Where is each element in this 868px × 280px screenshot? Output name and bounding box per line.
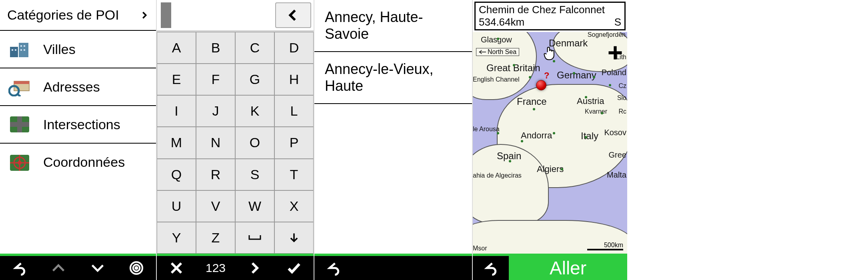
- bottom-bar: [0, 256, 156, 280]
- chevron-right-icon: [140, 7, 149, 23]
- svg-point-22: [136, 267, 138, 269]
- map-label: Germany: [557, 70, 596, 81]
- map-label: Poland: [602, 68, 626, 77]
- key-D[interactable]: D: [274, 32, 314, 64]
- svg-line-11: [17, 94, 20, 96]
- svg-rect-14: [17, 116, 22, 132]
- cancel-button[interactable]: [157, 256, 196, 280]
- key-R[interactable]: R: [196, 159, 235, 190]
- map-label: Austria: [577, 96, 604, 106]
- key-E[interactable]: E: [157, 64, 196, 95]
- category-item-adresses[interactable]: Adresses: [0, 68, 156, 106]
- map-label: Kosov: [604, 128, 626, 137]
- key-Q[interactable]: Q: [157, 159, 196, 190]
- map-label: Kvarner: [585, 108, 607, 115]
- down-button[interactable]: [78, 256, 117, 280]
- mode-123-button[interactable]: 123: [196, 256, 235, 280]
- category-list: Villes Adresses Intersections Coordonnée…: [0, 31, 156, 254]
- key-A[interactable]: A: [157, 32, 196, 64]
- location-distance: 534.64km: [479, 16, 524, 28]
- coordinates-icon: [7, 152, 32, 172]
- text-input[interactable]: [171, 0, 273, 30]
- back-button[interactable]: [0, 256, 39, 280]
- map-label: North Sea: [488, 48, 516, 56]
- svg-rect-3: [24, 45, 25, 47]
- category-item-villes[interactable]: Villes: [0, 31, 156, 68]
- key-P[interactable]: P: [274, 127, 314, 158]
- key-I[interactable]: I: [157, 95, 196, 127]
- bottom-bar: [314, 256, 472, 280]
- envelope-search-icon: [7, 76, 32, 97]
- key-V[interactable]: V: [196, 190, 235, 222]
- map-canvas[interactable]: North Sea ⟵ Sognefjorden Glasgow Denmark…: [473, 32, 627, 254]
- key-Y[interactable]: Y: [157, 222, 196, 254]
- target-button[interactable]: [117, 256, 156, 280]
- svg-rect-7: [15, 49, 16, 51]
- map-label: Lith: [616, 54, 626, 61]
- key-N[interactable]: N: [196, 127, 235, 158]
- map-label: Algiers: [537, 164, 564, 174]
- key-S[interactable]: S: [235, 159, 274, 190]
- key-X[interactable]: X: [274, 190, 314, 222]
- scale-label: 500km: [604, 242, 623, 249]
- svg-rect-2: [20, 45, 22, 47]
- location-title: Chemin de Chez Falconnet: [479, 4, 621, 16]
- next-button[interactable]: [235, 256, 274, 280]
- map-label: Malta: [607, 170, 626, 180]
- panel-results: Annecy, Haute-Savoie Annecy-le-Vieux, Ha…: [314, 0, 473, 280]
- city-icon: [7, 39, 32, 60]
- category-item-intersections[interactable]: Intersections: [0, 106, 156, 144]
- map-header: Chemin de Chez Falconnet 534.64km S: [474, 2, 626, 30]
- key-U[interactable]: U: [157, 190, 196, 222]
- category-label: Coordonnées: [43, 154, 125, 170]
- confirm-button[interactable]: [274, 256, 314, 280]
- back-button[interactable]: [473, 256, 509, 280]
- map-label: Cz: [618, 82, 626, 90]
- up-button[interactable]: [39, 256, 78, 280]
- map-label: Denmark: [549, 38, 588, 49]
- key-Z[interactable]: Z: [196, 222, 235, 254]
- panel-map: Chemin de Chez Falconnet 534.64km S Nort…: [473, 0, 627, 280]
- key-C[interactable]: C: [235, 32, 274, 64]
- key-M[interactable]: M: [157, 127, 196, 158]
- key-L[interactable]: L: [274, 95, 314, 127]
- map-label: English Channel: [473, 76, 520, 83]
- category-item-coordonnees[interactable]: Coordonnées: [0, 144, 156, 180]
- svg-rect-6: [12, 49, 13, 51]
- key-J[interactable]: J: [196, 95, 235, 127]
- location-direction: S: [614, 16, 621, 28]
- panel-header[interactable]: Catégories de POI: [0, 0, 156, 31]
- go-button[interactable]: Aller: [509, 256, 627, 280]
- key-T[interactable]: T: [274, 159, 314, 190]
- key-W[interactable]: W: [235, 190, 274, 222]
- key-F[interactable]: F: [196, 64, 235, 95]
- svg-rect-9: [14, 81, 29, 84]
- intersection-icon: [7, 114, 32, 135]
- map-label: Glasgow: [481, 35, 512, 44]
- text-cursor: [161, 2, 171, 28]
- back-button[interactable]: [314, 256, 353, 280]
- panel-keyboard: A B C D E F G H I J K L M N O P Q R S T …: [157, 0, 314, 280]
- key-B[interactable]: B: [196, 32, 235, 64]
- key-O[interactable]: O: [235, 127, 274, 158]
- svg-rect-5: [24, 49, 25, 51]
- key-H[interactable]: H: [274, 64, 314, 95]
- key-K[interactable]: K: [235, 95, 274, 127]
- result-item[interactable]: Annecy-le-Vieux, Haute: [314, 52, 472, 104]
- header-title: Catégories de POI: [7, 7, 119, 23]
- map-label: Msor: [473, 245, 487, 252]
- key-hide-keyboard[interactable]: [274, 222, 314, 254]
- map-label: Italy: [581, 130, 598, 142]
- key-G[interactable]: G: [235, 64, 274, 95]
- map-label: ahia de Algeciras: [473, 172, 522, 179]
- key-space[interactable]: [235, 222, 274, 254]
- map-label: Gree: [609, 150, 626, 160]
- result-item[interactable]: Annecy, Haute-Savoie: [314, 0, 472, 52]
- text-input-row: [157, 0, 314, 32]
- scale-bar: 500km: [587, 242, 623, 250]
- backspace-button[interactable]: [275, 2, 311, 28]
- north-sea-label-box: North Sea: [476, 48, 519, 56]
- bottom-bar: Aller: [473, 256, 627, 280]
- map-label: France: [517, 96, 547, 107]
- results-list: Annecy, Haute-Savoie Annecy-le-Vieux, Ha…: [314, 0, 472, 254]
